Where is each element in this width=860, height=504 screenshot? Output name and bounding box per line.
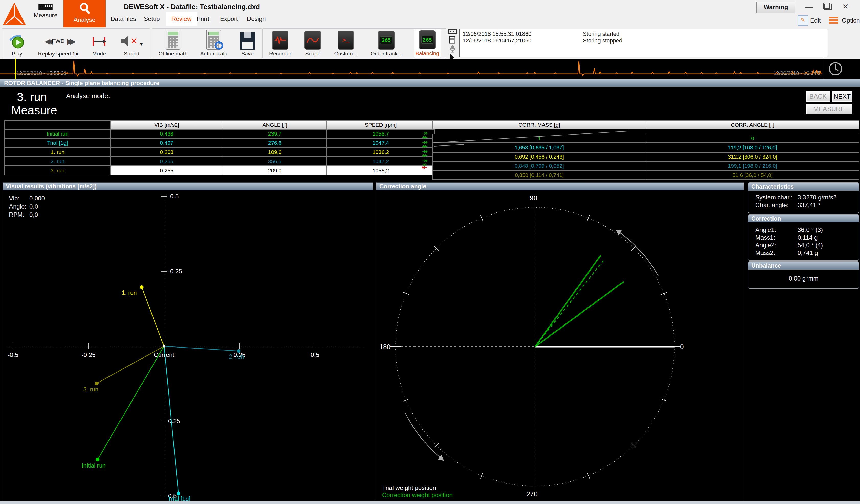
cell-angle: 276,6 — [223, 139, 327, 147]
custom-button[interactable]: >_ Custom... — [333, 29, 359, 58]
cell-speed: 1036,2 — [327, 148, 434, 156]
rewind-icon[interactable]: ◀◀ — [44, 37, 49, 46]
menu-export[interactable]: Export — [220, 15, 238, 23]
cell-vib: 0,438 — [111, 130, 223, 138]
side-icon-column — [447, 29, 458, 62]
custom-icon: >_ — [338, 31, 354, 49]
recorder-button[interactable]: Recorder — [268, 29, 293, 58]
corr-row-4[interactable]: 0,848 [0,799 / 0,052]199,1 [198,0 / 216,… — [432, 161, 860, 171]
scope-button[interactable]: Scope — [303, 29, 322, 58]
auto-recalc-button[interactable]: Auto recalc — [199, 29, 229, 58]
cell-speed: 1055,2 — [327, 166, 434, 175]
run-row-4[interactable]: 2. run0,255356,51047,2 — [4, 157, 435, 166]
cell-corr-angle: 312,2 [306,0 / 324,0] — [646, 153, 859, 161]
system-char-value: 3,3270 g/m/s2 — [798, 194, 836, 201]
recalc-circle-icon — [214, 41, 224, 50]
mass2-value: 0,741 g — [798, 249, 818, 257]
svg-text:180: 180 — [379, 343, 390, 351]
corr-row-1[interactable]: 10 — [432, 134, 860, 143]
column-header[interactable] — [5, 121, 110, 129]
correction-angle-dial[interactable]: 901800270 — [376, 190, 743, 501]
char-angle-value: 337,41 ° — [798, 201, 821, 209]
save-button[interactable]: Save — [238, 29, 257, 58]
sound-dropdown-caret[interactable]: ▼ — [140, 42, 144, 47]
play-button[interactable]: Play — [7, 29, 27, 58]
correction-angle-panel: Correction angle 901800270 Trial weight … — [376, 182, 744, 502]
microphone-icon[interactable] — [448, 45, 456, 53]
transport-group: Play ◀◀ FWD ▶▶ Replay speed 1x Mode — [2, 28, 150, 58]
note-icon[interactable] — [448, 36, 456, 44]
cell-mass: 1,653 [0,635 / 1,037] — [433, 144, 646, 152]
magnifier-icon — [79, 2, 90, 15]
timeline-overview[interactable]: 12/06/2018 - 15:55:31 12/06/2018 - 16:04… — [0, 59, 860, 79]
clock-box[interactable] — [823, 59, 848, 79]
vibration-vector-plot[interactable]: -0.5-0.25Current0.250.5-0.5-0.250.250.5I… — [3, 190, 372, 501]
run-row-2[interactable]: Trial [1g]0,497276,61047,4 — [4, 138, 435, 148]
unbalance-value: 0,00 g*mm — [789, 275, 818, 282]
options-label[interactable]: Options — [842, 17, 860, 24]
run-row-5[interactable]: 3. run0,255209,01055,2 — [4, 166, 435, 175]
timeline-start-label: 12/06/2018 - 15:55:31 — [16, 70, 67, 76]
visual-results-title: Visual results (vibrations [m/s2]) — [3, 182, 373, 190]
svg-text:0.25: 0.25 — [168, 418, 180, 425]
correction-table: 101,653 [0,635 / 1,037]119,2 [108,0 / 12… — [432, 134, 860, 180]
options-icon[interactable] — [829, 17, 838, 24]
vector-1-run: 1. run — [122, 285, 164, 346]
mode-text: Analyse mode. — [66, 92, 110, 100]
menu-print[interactable]: Print — [197, 15, 209, 23]
characteristics-box: Characteristics System char.: 3,3270 g/m… — [748, 182, 860, 213]
window-title: DEWESoft X - Datafile: Testbalancing.dxd — [124, 3, 260, 11]
event-time: 12/06/2018 16:04:57,21060 — [463, 37, 583, 44]
next-button[interactable]: NEXT — [832, 91, 852, 102]
menu-design[interactable]: Design — [247, 15, 266, 23]
column-header[interactable]: VIB [m/s2] — [111, 121, 223, 129]
event-text: Storing started — [583, 31, 619, 37]
timeline-cursor[interactable] — [15, 59, 16, 79]
menu-review[interactable]: Review — [166, 12, 197, 26]
cell-mass: 1 — [433, 134, 646, 143]
edit-label[interactable]: Edit — [810, 17, 821, 24]
cell-angle: 209,0 — [223, 166, 327, 175]
column-header[interactable]: CORR. MASS [g] — [433, 121, 646, 129]
corr-row-5[interactable]: 0,850 [0,114 / 0,741]51,6 [36,0 / 54,0] — [432, 171, 860, 180]
rotor-balancer-header: ROTOR BALANCER - Single plane balancing … — [0, 79, 860, 87]
offline-math-button[interactable]: Offline math — [157, 29, 189, 58]
keyboard-icon[interactable] — [448, 29, 457, 34]
replay-speed-control[interactable]: ◀◀ FWD ▶▶ Replay speed 1x — [37, 29, 80, 58]
svg-text:-0.25: -0.25 — [168, 268, 182, 275]
fast-forward-icon[interactable]: ▶▶ — [67, 37, 72, 46]
event-log[interactable]: 12/06/2018 15:55:31,01860 Storing starte… — [459, 29, 828, 57]
svg-text:270: 270 — [526, 490, 538, 498]
menu-setup[interactable]: Setup — [144, 15, 160, 23]
close-icon[interactable]: ✕ — [842, 2, 849, 11]
angle1-value: 36,0 ° (3) — [798, 226, 823, 234]
back-button[interactable]: BACK — [806, 91, 830, 102]
order-track-button[interactable]: 265 Order track... — [369, 29, 403, 58]
measure-button[interactable]: MEASURE — [806, 104, 852, 114]
tab-measure[interactable]: Measure — [31, 3, 60, 27]
column-header[interactable]: SPEED [rpm] — [327, 121, 434, 129]
corr-row-2[interactable]: 1,653 [0,635 / 1,037]119,2 [108,0 / 126,… — [432, 143, 860, 152]
edit-icon[interactable]: ✎ — [798, 15, 808, 26]
cell-name: 1. run — [5, 148, 110, 156]
floppy-icon — [240, 32, 255, 49]
warning-button[interactable]: Warning — [756, 1, 795, 13]
event-row: 12/06/2018 15:55:31,01860 Storing starte… — [463, 31, 825, 37]
corr-row-3[interactable]: 0,692 [0,456 / 0,243]312,2 [306,0 / 324,… — [432, 152, 860, 161]
transfer-arrow-icon: ↠↞ — [422, 149, 428, 158]
cell-speed: 1047,2 — [327, 157, 434, 165]
sound-button[interactable]: ✕ ▼ Sound — [118, 29, 145, 58]
tab-analyse[interactable]: Analyse — [63, 0, 106, 27]
column-header[interactable]: ANGLE [°] — [223, 121, 327, 129]
run-row-3[interactable]: 1. run0,208109,61036,2 — [4, 148, 435, 157]
transfer-arrow-red-icon: ↞ — [422, 165, 427, 169]
mode-button[interactable]: Mode — [89, 29, 109, 58]
run-row-1[interactable]: Initial run0,438239,71058,7 — [4, 129, 435, 138]
timeline-waveform — [0, 59, 822, 79]
minimize-icon[interactable] — [805, 7, 813, 8]
column-header[interactable]: CORR. ANGLE [°] — [646, 121, 859, 129]
menu-data-files[interactable]: Data files — [111, 15, 136, 23]
cell-angle: 109,6 — [223, 148, 327, 156]
balancing-button[interactable]: 265 Balancing — [414, 29, 441, 58]
characteristics-title: Characteristics — [748, 183, 859, 191]
